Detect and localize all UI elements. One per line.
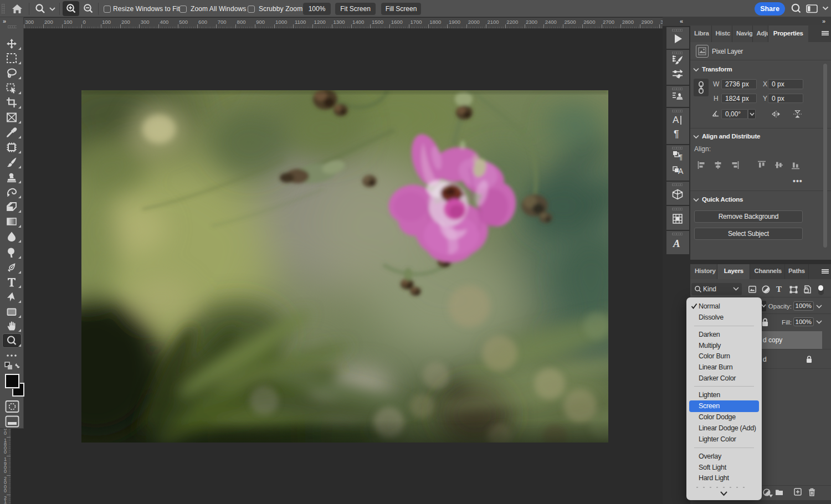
svg-text:A: A	[673, 238, 680, 249]
svg-text:A: A	[673, 115, 679, 125]
svg-text:A: A	[678, 167, 684, 176]
svg-text:¶: ¶	[679, 153, 683, 161]
svg-text:¶: ¶	[674, 128, 679, 140]
